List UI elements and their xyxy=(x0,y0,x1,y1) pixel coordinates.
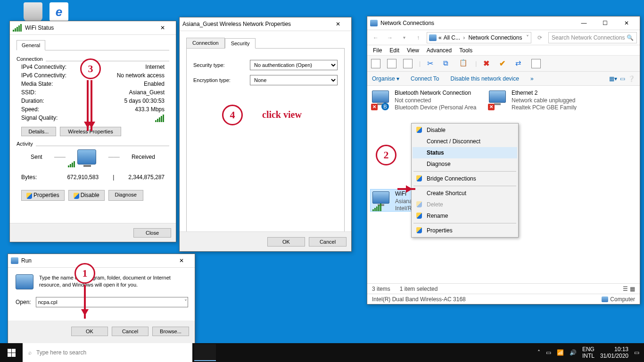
battery-icon[interactable]: ▭ xyxy=(546,349,551,356)
wifi-status-dialog: WiFi Status ✕ General Connection IPv4 Co… xyxy=(9,21,176,242)
ipv6-value: No network access xyxy=(117,72,165,79)
cmd-more[interactable]: » xyxy=(530,75,534,82)
ok-button[interactable]: OK xyxy=(267,237,305,247)
paste-icon[interactable] xyxy=(459,59,469,68)
menu-view[interactable]: View xyxy=(407,47,419,54)
properties-icon[interactable] xyxy=(531,59,541,68)
properties-button[interactable]: Properties xyxy=(21,190,65,201)
menu-tools[interactable]: Tools xyxy=(459,47,472,54)
taskbar-app[interactable] xyxy=(217,344,239,361)
window-title: Network Connections xyxy=(380,20,434,26)
close-button[interactable]: Close xyxy=(133,228,171,238)
disable-button[interactable]: Disable xyxy=(68,190,105,201)
window-title: WiFi Status xyxy=(25,25,54,31)
minimize-icon[interactable]: — xyxy=(573,16,594,30)
breadcrumb[interactable]: Network Connections xyxy=(468,34,522,41)
ctx-disable[interactable]: Disable xyxy=(413,124,517,136)
signal-bars-icon xyxy=(155,115,165,122)
tab-connection[interactable]: Connection xyxy=(186,38,225,48)
ok-button[interactable]: OK xyxy=(71,327,108,336)
bytes-label: Bytes: xyxy=(21,174,37,181)
close-icon[interactable]: ✕ xyxy=(327,17,348,31)
duration-value: 5 days 00:30:53 xyxy=(124,98,165,104)
menu-advanced[interactable]: Advanced xyxy=(427,47,452,54)
forward-icon[interactable]: → xyxy=(384,32,396,43)
group-activity: Activity xyxy=(17,140,33,148)
signal-quality-label: Signal Quality: xyxy=(21,115,58,122)
ctx-connect-disconnect[interactable]: Connect / Disconnect xyxy=(413,136,517,147)
signal-icon xyxy=(372,204,382,211)
breadcrumb[interactable]: All C... xyxy=(444,34,467,41)
cmd-disable-device[interactable]: Disable this network device xyxy=(451,75,519,82)
start-button[interactable] xyxy=(0,343,23,362)
menu-file[interactable]: File xyxy=(373,47,382,54)
wifi-icon[interactable]: 📶 xyxy=(557,349,564,356)
run-dialog: Run ✕ Type the name of a program, folder… xyxy=(8,254,195,344)
cancel-button[interactable]: Cancel xyxy=(112,327,149,336)
notifications-icon[interactable]: ▭ xyxy=(634,349,639,356)
ctx-bridge[interactable]: Bridge Connections xyxy=(413,173,517,184)
ctx-diagnose[interactable]: Diagnose xyxy=(413,158,517,170)
help-icon[interactable]: ❔ xyxy=(628,75,635,82)
taskbar-app[interactable] xyxy=(194,344,216,361)
run-program-icon xyxy=(16,274,33,289)
diagnose-button[interactable]: Diagnose xyxy=(108,190,143,201)
shield-icon xyxy=(416,201,422,207)
tab-security[interactable]: Security xyxy=(225,38,256,49)
taskbar-app[interactable] xyxy=(239,344,261,361)
status-device: Intel(R) Dual Band Wireless-AC 3168 xyxy=(372,296,466,303)
tray-expand-icon[interactable]: ˄ xyxy=(537,349,540,356)
cut-icon[interactable] xyxy=(427,59,437,68)
ctx-status[interactable]: Status xyxy=(413,147,517,158)
status-computer: Computer xyxy=(610,296,635,303)
close-icon[interactable]: ✕ xyxy=(152,21,173,34)
tab-general[interactable]: General xyxy=(17,40,45,50)
back-icon[interactable]: ← xyxy=(370,32,381,43)
share-icon[interactable] xyxy=(403,59,413,68)
maximize-icon[interactable]: ☐ xyxy=(594,16,616,30)
search-icon: ⌕ xyxy=(28,349,32,356)
taskbar-clock[interactable]: 10:1331/01/2020 xyxy=(600,346,628,360)
connect-icon[interactable] xyxy=(515,59,525,68)
refresh-icon[interactable]: ⟳ xyxy=(534,32,545,43)
cmd-organise[interactable]: Organise ▾ xyxy=(372,75,399,82)
delete-icon[interactable] xyxy=(483,59,493,68)
rename-icon[interactable] xyxy=(499,59,509,68)
encryption-type-select[interactable]: None xyxy=(250,75,338,85)
open-input[interactable] xyxy=(36,297,188,307)
cancel-button[interactable]: Cancel xyxy=(309,237,347,247)
connection-item-bluetooth[interactable]: ✕B Bluetooth Network ConnectionNot conne… xyxy=(370,89,483,111)
ctx-create-shortcut[interactable]: Create Shortcut xyxy=(413,188,517,199)
address-bar[interactable]: « All C... Network Connections ˅ xyxy=(427,32,531,43)
computer-icon xyxy=(602,296,608,302)
menu-edit[interactable]: Edit xyxy=(389,47,399,54)
organize-icon[interactable] xyxy=(371,59,380,68)
security-type-select[interactable]: No authentication (Open) xyxy=(250,60,338,70)
include-icon[interactable] xyxy=(387,59,396,68)
tiles-view-icon[interactable]: ▦ xyxy=(630,286,635,292)
details-button[interactable]: Details... xyxy=(21,127,56,136)
browse-button[interactable]: Browse... xyxy=(152,327,189,336)
computer-icon xyxy=(77,149,96,165)
taskbar-search[interactable]: ⌕Type here to search xyxy=(23,343,192,362)
recent-icon[interactable]: ▾ xyxy=(398,32,410,43)
media-label: Media State: xyxy=(21,81,53,87)
close-icon[interactable]: ✕ xyxy=(616,16,637,30)
search-input[interactable]: Search Network Connections🔍 xyxy=(548,32,637,43)
taskbar-lang[interactable]: ENGINTL xyxy=(582,346,594,360)
up-icon[interactable]: ↑ xyxy=(413,32,424,43)
copy-icon[interactable] xyxy=(443,59,453,68)
close-icon[interactable]: ✕ xyxy=(171,254,192,267)
ctx-properties[interactable]: Properties xyxy=(413,225,517,236)
connection-item-ethernet[interactable]: ✕ Ethernet 2Network cable unpluggedRealt… xyxy=(487,89,600,111)
security-type-label: Security type: xyxy=(193,62,240,68)
cmd-connect-to[interactable]: Connect To xyxy=(411,75,439,82)
wireless-properties-button[interactable]: Wireless Properties xyxy=(60,127,121,136)
preview-pane-icon[interactable]: ▭ xyxy=(620,75,625,82)
volume-icon[interactable]: 🔊 xyxy=(570,349,577,356)
shield-icon xyxy=(74,193,79,199)
open-label: Open: xyxy=(16,299,31,305)
view-options-icon[interactable]: ▦▾ xyxy=(609,75,617,82)
ctx-rename[interactable]: Rename xyxy=(413,210,517,222)
details-view-icon[interactable]: ☰ xyxy=(623,286,628,292)
